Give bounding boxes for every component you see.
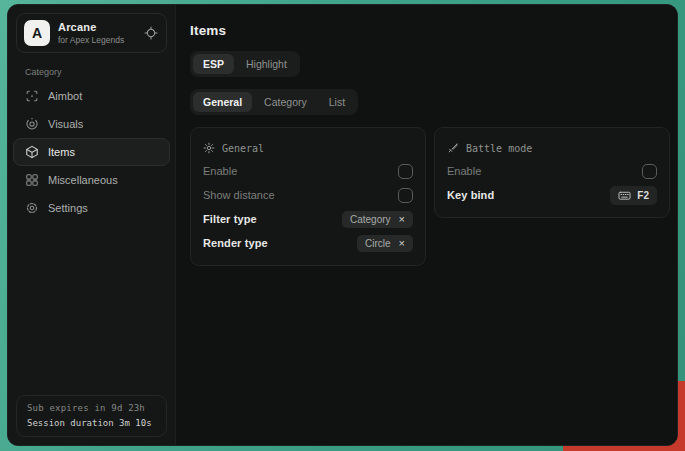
box-icon	[25, 145, 39, 159]
setting-row-show-distance: Show distance	[203, 183, 413, 207]
settings-cards: General Enable Show distance Filter type…	[190, 127, 670, 266]
setting-label: Filter type	[203, 213, 257, 225]
target-icon[interactable]	[144, 26, 158, 40]
render-type-select[interactable]: Circle ×	[357, 235, 413, 252]
setting-label: Enable	[203, 165, 237, 177]
sword-icon	[447, 142, 459, 154]
tab-category[interactable]: Category	[254, 92, 317, 112]
setting-label: Show distance	[203, 189, 275, 201]
keyboard-icon	[618, 189, 631, 202]
sidebar-item-label: Items	[48, 146, 75, 158]
general-card-header: General	[203, 137, 413, 159]
general-card-title: General	[222, 143, 264, 154]
app-window: A Arcane for Apex Legends Category	[7, 4, 678, 446]
battle-mode-card-header: Battle mode	[447, 137, 657, 159]
filter-type-select[interactable]: Category ×	[342, 211, 413, 228]
session-duration-text: Session duration 3m 10s	[27, 418, 156, 428]
tab-general[interactable]: General	[193, 92, 252, 112]
mode-tabs-row: ESP Highlight	[190, 51, 670, 77]
sidebar-item-visuals[interactable]: Visuals	[13, 110, 170, 138]
sidebar: A Arcane for Apex Legends Category	[8, 5, 176, 445]
sidebar-nav: Aimbot Visuals	[8, 82, 175, 222]
subscription-status-card: Sub expires in 9d 23h Session duration 3…	[16, 395, 167, 437]
grid-icon	[25, 173, 39, 187]
clear-icon[interactable]: ×	[399, 238, 405, 249]
app-logo: A	[24, 20, 50, 46]
sidebar-item-label: Settings	[48, 202, 88, 214]
sidebar-item-items[interactable]: Items	[13, 138, 170, 166]
tab-list[interactable]: List	[319, 92, 355, 112]
render-type-value: Circle	[365, 238, 391, 249]
clear-icon[interactable]: ×	[399, 214, 405, 225]
page-title: Items	[190, 23, 670, 38]
battle-enable-checkbox[interactable]	[642, 164, 657, 179]
eye-icon	[25, 117, 39, 131]
setting-row-key-bind: Key bind F2	[447, 183, 657, 207]
show-distance-checkbox[interactable]	[398, 188, 413, 203]
keybind-button[interactable]: F2	[610, 186, 657, 205]
sub-expires-text: Sub expires in 9d 23h	[27, 403, 156, 413]
view-tab-group: General Category List	[190, 89, 358, 115]
setting-row-filter-type: Filter type Category ×	[203, 207, 413, 231]
view-tabs-row: General Category List	[190, 89, 670, 115]
battle-mode-card: Battle mode Enable Key bind	[434, 127, 670, 218]
setting-label: Enable	[447, 165, 481, 177]
app-name: Arcane	[58, 21, 124, 33]
app-subtitle: for Apex Legends	[58, 35, 124, 45]
sidebar-item-miscellaneous[interactable]: Miscellaneous	[13, 166, 170, 194]
setting-row-render-type: Render type Circle ×	[203, 231, 413, 255]
setting-row-enable: Enable	[203, 159, 413, 183]
mode-tab-group: ESP Highlight	[190, 51, 300, 77]
keybind-value: F2	[637, 190, 649, 201]
tab-highlight[interactable]: Highlight	[236, 54, 297, 74]
app-titles: Arcane for Apex Legends	[58, 21, 124, 45]
sidebar-item-label: Visuals	[48, 118, 83, 130]
general-card: General Enable Show distance Filter type…	[190, 127, 426, 266]
filter-type-value: Category	[350, 214, 391, 225]
enable-checkbox[interactable]	[398, 164, 413, 179]
sidebar-item-settings[interactable]: Settings	[13, 194, 170, 222]
sidebar-item-label: Miscellaneous	[48, 174, 118, 186]
app-header-card: A Arcane for Apex Legends	[16, 13, 167, 53]
gear-icon	[25, 201, 39, 215]
crosshair-icon	[25, 89, 39, 103]
main-content: Items ESP Highlight General Category Lis…	[176, 5, 678, 445]
sidebar-item-aimbot[interactable]: Aimbot	[13, 82, 170, 110]
sidebar-item-label: Aimbot	[48, 90, 82, 102]
sun-icon	[203, 142, 215, 154]
category-label: Category	[25, 67, 175, 77]
setting-label: Key bind	[447, 189, 494, 201]
battle-mode-card-title: Battle mode	[466, 143, 532, 154]
setting-label: Render type	[203, 237, 268, 249]
tab-esp[interactable]: ESP	[193, 54, 234, 74]
setting-row-battle-enable: Enable	[447, 159, 657, 183]
